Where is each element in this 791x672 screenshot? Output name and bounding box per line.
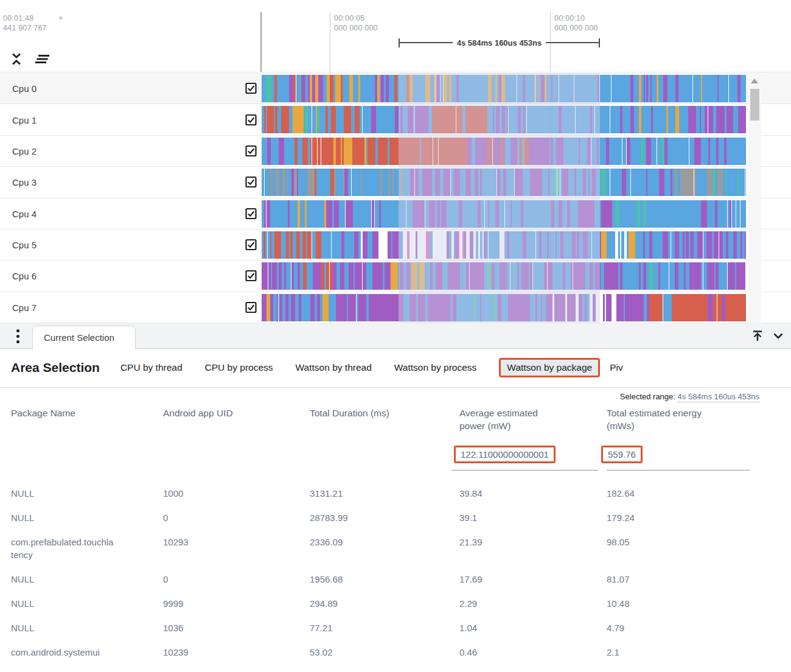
track-checkbox[interactable] (245, 83, 257, 94)
total-energy-cell: 559.76 (607, 432, 750, 471)
row-value: 9999 (163, 591, 310, 615)
sort-tracks-icon[interactable] (33, 52, 51, 66)
time-ruler[interactable]: 00:01:48 441 907 767 + 00:00:05 000 000 … (0, 0, 791, 72)
track-canvas[interactable] (262, 106, 746, 133)
cpu-track-row: Cpu 3 (0, 167, 791, 198)
row-value: 294.89 (310, 591, 459, 615)
track-canvas[interactable] (262, 262, 746, 290)
track-label: Cpu 6 (12, 271, 37, 281)
row-package-name: com.prefabulated.touchlatency (11, 530, 116, 567)
selection-panel: Area Selection CPU by threadCPU by proce… (0, 349, 791, 664)
tick-label-5s: 00:00:05 000 000 000 (334, 13, 378, 33)
row-value: 179.24 (607, 505, 767, 530)
row-package-name: NULL (11, 505, 116, 530)
row-value: 17.69 (459, 567, 607, 591)
track-label: Cpu 0 (12, 83, 37, 94)
track-checkbox[interactable] (245, 239, 257, 251)
track-canvas[interactable] (262, 75, 746, 102)
scrollbar-up-arrow[interactable] (751, 79, 758, 83)
row-value: 4.79 (607, 615, 767, 640)
track-checkbox[interactable] (245, 208, 257, 219)
row-value: 81.07 (607, 567, 767, 591)
track-checkbox[interactable] (245, 145, 257, 156)
selected-range-row: Selected range: 4s 584ms 160us 453ns (0, 392, 791, 401)
selection-tab-wattson-by-process[interactable]: Wattson by process (394, 362, 477, 373)
cpu-track-row: Cpu 7 (0, 292, 791, 323)
row-value: 53.02 (310, 640, 459, 664)
track-checkbox[interactable] (245, 177, 257, 188)
track-label: Cpu 7 (12, 302, 37, 312)
total-average-power-cell: 122.11000000000001 (451, 432, 598, 471)
selection-tab-wattson-by-thread[interactable]: Wattson by thread (296, 362, 372, 373)
row-value: 10293 (163, 530, 310, 567)
selected-range-duration: 4s 584ms 160us 453ns (453, 38, 546, 47)
selected-range-link[interactable]: 4s 584ms 160us 453ns (678, 392, 759, 402)
cpu-track-row: Cpu 4 (0, 198, 791, 229)
row-value: 98.05 (607, 530, 767, 567)
track-canvas[interactable] (262, 169, 746, 196)
selected-range-marker: 4s 584ms 160us 453ns (399, 37, 600, 48)
track-label: Cpu 2 (12, 145, 37, 156)
col-header-total-duration: Total Duration (ms) (310, 404, 459, 432)
panel-divider (0, 387, 791, 388)
row-value: 77.21 (310, 615, 459, 640)
row-value: 10.48 (607, 591, 767, 615)
selected-range-label: Selected range: (620, 392, 675, 401)
selection-tab-cpu-by-process[interactable]: CPU by process (205, 362, 273, 373)
track-label: Cpu 1 (12, 114, 37, 125)
panel-menu-icon[interactable] (15, 328, 21, 345)
row-value: 1000 (163, 481, 310, 505)
row-value: 39.84 (459, 481, 607, 505)
panel-title: Area Selection (11, 360, 100, 375)
wattson-package-table: Package Name Android app UID Total Durat… (11, 404, 791, 664)
track-canvas[interactable] (262, 294, 746, 321)
selection-tab-cpu-by-thread[interactable]: CPU by thread (120, 362, 183, 373)
row-value: 28783.99 (310, 505, 459, 530)
cpu-track-row: Cpu 2 (0, 136, 791, 167)
row-value: 1.04 (459, 615, 607, 640)
cpu-track-row: Cpu 5 (0, 229, 791, 261)
total-energy-value: 559.76 (601, 446, 643, 463)
scrollbar-thumb[interactable] (750, 89, 759, 121)
row-value: 2.1 (607, 640, 767, 664)
track-boundary-line (260, 12, 262, 72)
selection-tab-piv[interactable]: Piv (610, 362, 623, 373)
collapse-tracks-icon[interactable] (9, 51, 24, 67)
track-label: Cpu 4 (12, 208, 37, 219)
track-canvas[interactable] (262, 231, 746, 259)
row-value: 182.64 (607, 481, 767, 505)
cpu-track-row: Cpu 1 (0, 104, 791, 135)
tab-current-selection[interactable]: Current Selection (32, 326, 136, 349)
track-checkbox[interactable] (245, 114, 257, 125)
total-average-power-value: 122.11000000000001 (454, 446, 556, 463)
track-checkbox[interactable] (245, 301, 257, 313)
selection-tabs: CPU by threadCPU by processWattson by th… (120, 358, 646, 377)
track-checkbox[interactable] (245, 270, 257, 282)
row-package-name: NULL (11, 481, 116, 505)
cpu-tracks: Cpu 0Cpu 1Cpu 2Cpu 3Cpu 4Cpu 5Cpu 6Cpu 7 (0, 73, 791, 323)
row-value: 2.29 (459, 591, 607, 615)
row-value: 1956.68 (310, 567, 459, 591)
row-value: 10239 (163, 640, 310, 664)
tick-label-10s: 00:00:10 000 000 000 (554, 13, 598, 33)
row-package-name: NULL (11, 567, 116, 591)
time-offset-plus: + (58, 13, 63, 23)
col-header-total-energy: Total estimated energy (mWs) (607, 404, 716, 432)
row-package-name: NULL (11, 591, 116, 615)
row-package-name: com.android.systemui (11, 640, 116, 664)
row-value: 1036 (163, 615, 310, 640)
close-panel-chevron-icon[interactable] (772, 329, 785, 343)
track-canvas[interactable] (262, 138, 746, 165)
row-package-name: NULL (11, 615, 116, 640)
track-label: Cpu 3 (12, 177, 37, 187)
col-header-android-app-uid: Android app UID (163, 404, 310, 432)
row-value: 0.46 (459, 640, 607, 664)
absolute-time-label: 00:01:48 441 907 767 (3, 13, 47, 33)
row-value: 0 (163, 567, 310, 591)
track-canvas[interactable] (262, 200, 746, 228)
tracks-scrollbar[interactable] (748, 73, 761, 323)
selection-tab-wattson-by-package[interactable]: Wattson by package (499, 358, 600, 377)
row-value: 2336.09 (310, 530, 459, 567)
track-label: Cpu 5 (12, 240, 37, 250)
expand-panel-icon[interactable] (751, 329, 764, 343)
